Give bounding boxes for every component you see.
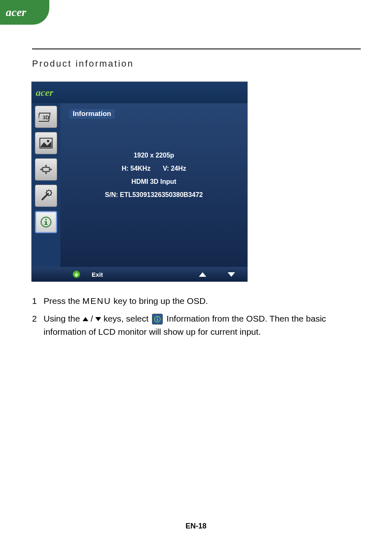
divider xyxy=(32,49,361,49)
osd-main: Information 1920 x 2205p H: 54KHzV: 24Hz… xyxy=(60,103,247,267)
osd-header: acer xyxy=(32,82,247,103)
settings-icon[interactable] xyxy=(35,185,57,207)
instruction-step-2: 2 Using the / keys, select Information f… xyxy=(32,312,353,339)
step2-c: keys, select xyxy=(101,314,151,323)
picture-icon[interactable] xyxy=(35,132,57,154)
svg-rect-10 xyxy=(44,221,46,222)
info-freq: H: 54KHzV: 24Hz xyxy=(60,165,247,172)
osd-tab-title: Information xyxy=(69,109,115,119)
info-input: HDMI 3D Input xyxy=(60,178,247,185)
info-vfreq: V: 24Hz xyxy=(163,165,186,172)
down-arrow-icon[interactable] xyxy=(228,272,235,277)
osd-body: 3D xyxy=(32,103,247,267)
up-arrow-icon[interactable] xyxy=(199,272,206,277)
info-lines: 1920 x 2205p H: 54KHzV: 24Hz HDMI 3D Inp… xyxy=(60,152,247,204)
down-arrow-icon xyxy=(95,317,101,321)
instructions: 1 Press the MENU key to bring up the OSD… xyxy=(32,294,353,343)
info-icon xyxy=(152,314,163,324)
svg-point-3 xyxy=(47,140,49,142)
brand-header: acer xyxy=(0,0,49,25)
menu-key-label: MENU xyxy=(83,296,111,306)
3d-icon[interactable]: 3D xyxy=(35,106,57,128)
acer-logo: acer xyxy=(36,87,53,98)
info-icon[interactable] xyxy=(35,211,57,233)
info-hfreq: H: 54KHz xyxy=(122,165,150,172)
eco-icon[interactable]: e xyxy=(73,271,80,278)
acer-logo: acer xyxy=(6,6,26,19)
svg-point-7 xyxy=(45,219,47,220)
osd-footer: e Exit xyxy=(32,267,247,282)
info-resolution: 1920 x 2205p xyxy=(60,152,247,159)
step2-b: / xyxy=(88,314,96,323)
position-icon[interactable] xyxy=(35,158,57,181)
svg-rect-4 xyxy=(43,167,49,171)
svg-rect-9 xyxy=(44,224,48,225)
step1-post: key to bring up the OSD. xyxy=(111,296,208,306)
svg-point-12 xyxy=(157,317,158,318)
section-title: Product information xyxy=(32,58,134,69)
instruction-step-1: 1 Press the MENU key to bring up the OSD… xyxy=(32,294,353,308)
step-number: 1 xyxy=(32,294,44,308)
svg-rect-13 xyxy=(157,319,158,321)
info-serial: S/N: ETL53091326350380B3472 xyxy=(60,191,247,199)
up-arrow-icon xyxy=(83,317,88,321)
svg-text:3D: 3D xyxy=(43,115,49,120)
osd-panel: acer 3D xyxy=(31,81,248,281)
page-number: EN-18 xyxy=(0,522,392,531)
step2-a: Using the xyxy=(44,314,83,323)
osd-sidebar: 3D xyxy=(32,103,60,267)
step1-pre: Press the xyxy=(44,296,83,306)
step-number: 2 xyxy=(32,312,44,339)
exit-button[interactable]: Exit xyxy=(92,271,103,278)
